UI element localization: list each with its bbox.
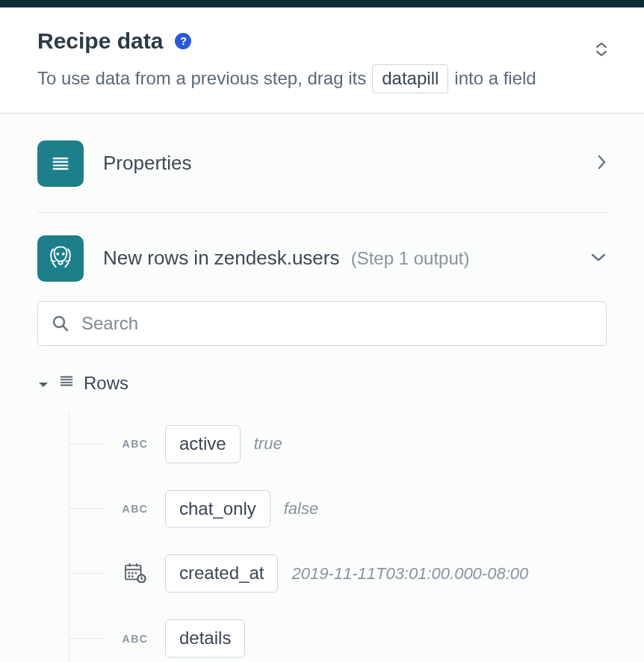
tree-rows-header[interactable]: Rows bbox=[37, 373, 607, 394]
field-row: ABC details bbox=[69, 606, 607, 662]
tree-root-label: Rows bbox=[84, 373, 129, 394]
help-icon[interactable]: ? bbox=[175, 33, 191, 49]
panel-body: Properties New rows in zendesk.users (St… bbox=[0, 114, 644, 662]
postgresql-icon bbox=[37, 235, 84, 282]
datapill-example: datapill bbox=[372, 64, 448, 93]
section-step1[interactable]: New rows in zendesk.users (Step 1 output… bbox=[37, 213, 607, 301]
datapill-details[interactable]: details bbox=[165, 619, 245, 658]
type-badge-abc: ABC bbox=[119, 438, 152, 450]
tree-branch bbox=[69, 638, 105, 639]
field-row: ABC chat_only false bbox=[69, 477, 607, 542]
header-subtext: To use data from a previous step, drag i… bbox=[37, 64, 607, 93]
section-properties[interactable]: Properties bbox=[37, 137, 607, 212]
datapill-created-at[interactable]: created_at bbox=[165, 554, 278, 593]
expand-collapse-toggle[interactable] bbox=[595, 39, 608, 60]
subtext-before: To use data from a previous step, drag i… bbox=[37, 65, 366, 92]
search-input[interactable] bbox=[80, 312, 592, 335]
datapill-chat-only[interactable]: chat_only bbox=[165, 490, 270, 528]
type-badge-date bbox=[119, 562, 152, 585]
section-step1-label: New rows in zendesk.users (Step 1 output… bbox=[103, 247, 571, 270]
svg-point-10 bbox=[135, 573, 136, 574]
panel-header: Recipe data ? To use data from a previou… bbox=[0, 7, 644, 114]
top-bar bbox=[0, 0, 644, 7]
section-properties-label: Properties bbox=[103, 152, 577, 175]
sample-value: 2019-11-11T03:01:00.000-08:00 bbox=[291, 564, 528, 584]
sample-value: false bbox=[284, 499, 318, 519]
svg-point-0 bbox=[57, 253, 58, 255]
caret-down-icon bbox=[37, 373, 49, 394]
list-icon bbox=[58, 373, 75, 394]
tree-branch bbox=[69, 508, 105, 509]
tree-children: ABC active true ABC chat_only false bbox=[69, 412, 607, 662]
svg-point-8 bbox=[129, 573, 129, 574]
section-step1-meta: (Step 1 output) bbox=[351, 248, 470, 268]
datapill-active[interactable]: active bbox=[165, 425, 241, 463]
search-field[interactable] bbox=[37, 301, 607, 346]
search-icon bbox=[52, 315, 69, 332]
type-badge-abc: ABC bbox=[119, 633, 152, 645]
svg-point-9 bbox=[132, 573, 133, 574]
field-row: created_at 2019-11-11T03:01:00.000-08:00 bbox=[69, 541, 607, 606]
svg-line-3 bbox=[63, 326, 67, 330]
field-row: ABC active true bbox=[69, 412, 607, 477]
chevron-right-icon bbox=[596, 154, 607, 173]
svg-point-1 bbox=[63, 253, 64, 255]
page-title: Recipe data bbox=[37, 28, 163, 54]
sample-value: true bbox=[254, 434, 282, 454]
tree-branch bbox=[69, 444, 105, 445]
svg-point-11 bbox=[129, 576, 129, 577]
subtext-after: into a field bbox=[454, 65, 536, 92]
tree-branch bbox=[69, 573, 105, 574]
properties-icon bbox=[37, 140, 84, 187]
tree-root: Rows ABC active true ABC chat_only false bbox=[37, 373, 607, 662]
svg-point-12 bbox=[132, 576, 133, 577]
chevron-down-icon bbox=[590, 252, 607, 265]
type-badge-abc: ABC bbox=[119, 503, 152, 515]
